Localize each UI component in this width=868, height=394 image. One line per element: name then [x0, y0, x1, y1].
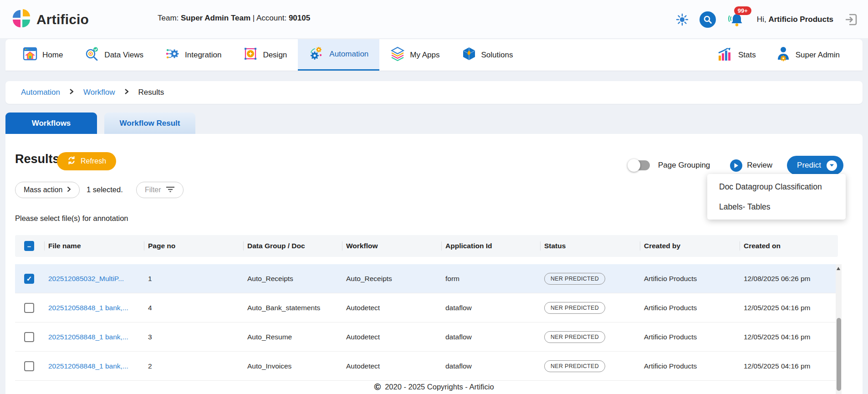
refresh-label: Refresh [81, 157, 106, 165]
cell-created-by: Artificio Products [640, 304, 740, 312]
nav-item-super-admin[interactable]: Super Admin [766, 39, 850, 71]
stats-icon [718, 46, 733, 63]
account-number: 90105 [289, 14, 310, 22]
nav-label: Integration [185, 51, 221, 60]
menu-item-labels-tables[interactable]: Labels- Tables [707, 197, 846, 217]
nav-label: Solutions [481, 51, 513, 60]
table-row[interactable]: 202512058848_1 bank,... 4 Auto_Bank_stat… [15, 293, 838, 322]
cell-workflow: Autodetect [342, 333, 442, 341]
scroll-up-arrow-icon[interactable] [837, 267, 840, 270]
table-row[interactable]: ✓ 202512085032_MultiP... 1 Auto_Receipts… [15, 264, 838, 293]
cell-application-id: form [442, 275, 541, 283]
cell-page-no: 1 [144, 275, 244, 283]
logout-icon[interactable] [844, 13, 858, 26]
row-checkbox[interactable] [24, 332, 34, 342]
page-grouping-toggle[interactable] [629, 160, 650, 170]
cell-created-by: Artificio Products [640, 333, 740, 341]
col-data-group: Data Group / Doc [244, 235, 342, 257]
table-header-row: – File name Page no Data Group / Doc Wor… [15, 235, 838, 257]
cell-application-id: dataflow [442, 362, 541, 370]
cell-created-on: 12/08/2025 06:26 pm [740, 275, 838, 283]
annotation-hint: Please select file(s) for annotation [15, 214, 128, 223]
search-icon[interactable] [700, 11, 716, 28]
nav-label: Stats [738, 51, 756, 60]
review-button[interactable]: Review [730, 159, 772, 172]
notifications-bell-icon[interactable]: 99+ [727, 9, 746, 30]
vertical-scrollbar[interactable] [836, 264, 842, 394]
nav-item-automation[interactable]: Automation [298, 39, 379, 71]
menu-item-doc-datagroup-classification[interactable]: Doc Datagroup Classification [707, 177, 846, 197]
select-all-checkbox[interactable]: – [24, 241, 34, 251]
app-header: Artificio Team: Super Admin Team | Accou… [0, 0, 868, 39]
cell-created-on: 12/05/2025 04:16 pm [740, 304, 838, 312]
cell-data-group: Auto_Invoices [244, 362, 342, 370]
table-row[interactable]: 202512058848_1 bank,... 3 Auto_Resume Au… [15, 322, 838, 352]
file-link[interactable]: 202512085032_MultiP... [48, 275, 124, 282]
refresh-icon [67, 156, 76, 167]
nav-label: Automation [329, 50, 368, 59]
home-icon [23, 47, 37, 63]
brand-logo[interactable]: Artificio [12, 9, 89, 30]
col-file-name: File name [45, 235, 144, 257]
filter-icon [166, 186, 175, 194]
refresh-button[interactable]: Refresh [57, 152, 116, 170]
row-checkbox[interactable] [24, 303, 34, 313]
theme-sun-icon[interactable] [676, 13, 689, 26]
copyright-icon: © [374, 382, 381, 392]
nav-item-solutions[interactable]: Solutions [451, 39, 524, 71]
col-page-no: Page no [144, 235, 244, 257]
nav-item-integration[interactable]: Integration [154, 39, 232, 71]
predict-dropdown-menu: Doc Datagroup Classification Labels- Tab… [707, 174, 846, 220]
nav-item-my-apps[interactable]: My Apps [379, 39, 450, 71]
cell-created-on: 12/05/2025 04:16 pm [740, 362, 838, 370]
cell-workflow: Autodetect [342, 304, 442, 312]
row-checkbox[interactable]: ✓ [24, 274, 34, 284]
cell-application-id: dataflow [442, 333, 541, 341]
nav-item-stats[interactable]: Stats [708, 39, 766, 71]
mass-action-label: Mass action [24, 186, 62, 194]
tab-workflows[interactable]: Workflows [5, 113, 97, 134]
breadcrumb-automation[interactable]: Automation [21, 88, 60, 97]
nav-label: Super Admin [796, 51, 840, 60]
filter-button[interactable]: Filter [136, 182, 184, 198]
my-apps-icon [390, 46, 405, 63]
review-label: Review [747, 161, 772, 170]
file-link[interactable]: 202512058848_1 bank,... [48, 333, 128, 341]
row-checkbox[interactable] [24, 361, 34, 371]
cell-page-no: 3 [144, 333, 244, 341]
filter-label: Filter [145, 186, 161, 194]
user-greeting: Hi, Artificio Products [757, 15, 833, 24]
mass-action-button[interactable]: Mass action [15, 182, 80, 198]
breadcrumb-workflow[interactable]: Workflow [83, 88, 115, 97]
page-title: Results [15, 152, 60, 166]
scrollbar-thumb[interactable] [837, 318, 841, 391]
play-icon [730, 159, 742, 172]
breadcrumb: Automation Workflow Results [5, 81, 863, 104]
selection-count: 1 selected. [87, 185, 123, 194]
solutions-icon [462, 46, 476, 63]
user-name: Artificio Products [768, 15, 833, 24]
nav-label: Data Views [104, 51, 143, 60]
predict-button[interactable]: Predict [787, 156, 843, 175]
nav-item-design[interactable]: Design [232, 39, 298, 71]
super-admin-icon [776, 46, 791, 64]
nav-item-home[interactable]: Home [12, 39, 74, 71]
nav-item-data-views[interactable]: Data Views [74, 39, 154, 71]
table-row[interactable]: 202512058848_1 bank,... 2 Auto_Invoices … [15, 352, 838, 381]
col-application-id: Application Id [442, 235, 541, 257]
cell-workflow: Autodetect [342, 362, 442, 370]
cell-data-group: Auto_Receipts [244, 275, 342, 283]
tab-workflow-result[interactable]: Workflow Result [104, 113, 195, 134]
toggle-knob [628, 159, 640, 172]
copyright-text: 2020 - 2025 Copyrights - Artificio [385, 383, 494, 391]
breadcrumb-results: Results [138, 88, 164, 97]
file-link[interactable]: 202512058848_1 bank,... [48, 304, 128, 312]
chevron-down-icon [827, 160, 837, 171]
status-badge: NER PREDICTED [544, 331, 605, 343]
file-link[interactable]: 202512058848_1 bank,... [48, 362, 128, 370]
data-views-icon [85, 47, 99, 63]
notification-count-badge: 99+ [734, 6, 751, 15]
cell-created-on: 12/05/2025 04:16 pm [740, 333, 838, 341]
team-name: Super Admin Team [181, 14, 250, 22]
cell-workflow: Auto_Receipts [342, 275, 442, 283]
